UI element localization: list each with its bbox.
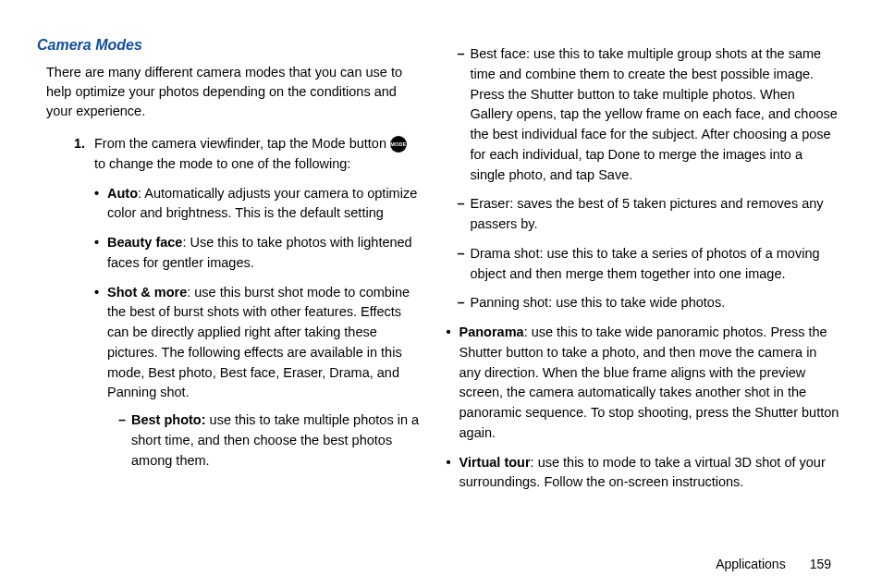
footer-section: Applications	[716, 557, 786, 571]
mode-desc: : use this to take multiple group shots …	[471, 46, 838, 182]
list-item: Virtual tour: use this to mode to take a…	[447, 453, 841, 494]
mode-term: Shot & more	[107, 285, 187, 300]
mode-term: Drama shot	[471, 246, 540, 261]
mode-desc: : use this burst shot mode to combine th…	[107, 285, 410, 400]
mode-term: Panorama	[459, 325, 524, 339]
step-1-text-a: From the camera viewfinder, tap the Mode…	[94, 136, 390, 151]
mode-term: Virtual tour	[459, 455, 531, 470]
footer-page-number: 159	[810, 557, 831, 571]
mode-term: Beauty face	[107, 235, 182, 250]
section-heading: Camera Modes	[37, 37, 421, 54]
mode-desc: : use this to take wide photos.	[548, 295, 725, 310]
mode-term: Eraser	[471, 196, 510, 211]
list-item: Panning shot: use this to take wide phot…	[458, 293, 841, 313]
mode-desc: : use this to take wide panoramic photos…	[459, 325, 839, 440]
mode-icon: MODE	[390, 136, 407, 153]
mode-term: Best face	[471, 46, 526, 61]
page-footer: Applications159	[716, 557, 831, 571]
mode-term: Auto	[107, 186, 138, 201]
list-item: Beauty face: Use this to take photos wit…	[94, 233, 421, 274]
step-1: From the camera viewfinder, tap the Mode…	[89, 134, 421, 471]
list-item: Panorama: use this to take wide panorami…	[447, 323, 841, 444]
list-item: Best photo: use this to take multiple ph…	[118, 410, 421, 471]
intro-text: There are many different camera modes th…	[46, 63, 421, 121]
list-item: Drama shot: use this to take a series of…	[458, 244, 841, 285]
mode-desc: : saves the best of 5 taken pictures and…	[471, 196, 824, 231]
list-item: Best face: use this to take multiple gro…	[458, 44, 841, 185]
list-item: Eraser: saves the best of 5 taken pictur…	[458, 194, 841, 235]
step-1-text-b: to change the mode to one of the followi…	[94, 156, 350, 171]
list-item: Auto: Automatically adjusts your camera …	[94, 184, 421, 225]
mode-desc: : Automatically adjusts your camera to o…	[107, 186, 417, 221]
list-item: Shot & more: use this burst shot mode to…	[94, 283, 421, 472]
mode-term: Best photo:	[131, 412, 206, 427]
mode-term: Panning shot	[471, 295, 549, 310]
